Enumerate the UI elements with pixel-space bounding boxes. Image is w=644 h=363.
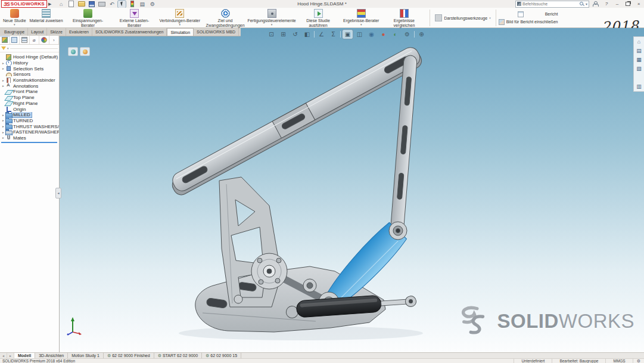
more-tabs-arrow[interactable]: ›	[49, 36, 60, 44]
ribbon-button[interactable]: Ergebnisse vergleichen ▾	[381, 8, 427, 27]
displaymanager-tab[interactable]	[39, 36, 49, 44]
expand-arrow-icon[interactable]: ▸	[1, 131, 5, 134]
command-tab[interactable]: Skizze	[47, 28, 66, 36]
model-upper-arm[interactable]	[167, 45, 424, 198]
featuremanager-tree-tab[interactable]	[0, 36, 10, 44]
custom-properties-icon[interactable]: ▥	[635, 83, 643, 90]
scroll-right-icon[interactable]: ▸	[7, 353, 14, 358]
ribbon-button[interactable]: Diese Studie ausführen ▾	[295, 8, 341, 27]
panel-collapse-arrow-icon[interactable]: ◂	[55, 188, 61, 198]
ribbon-button[interactable]: Material zuweisen ▾	[28, 8, 65, 27]
ribbon-button[interactable]: Neue Studie ▾	[1, 8, 28, 27]
expand-arrow-icon[interactable]: ▸	[1, 61, 5, 65]
expand-arrow-icon[interactable]: ▸	[1, 67, 5, 70]
print-icon[interactable]	[98, 1, 105, 8]
edit-appearance-icon[interactable]: ●	[378, 30, 388, 39]
select-icon[interactable]	[118, 1, 126, 8]
tree-item[interactable]: ▸ MILLED	[1, 112, 59, 118]
measure-icon[interactable]: ∠	[316, 30, 326, 39]
simulation-study-icon[interactable]	[68, 47, 78, 56]
document-tab[interactable]: ⚙ 62 02 9000 Finished	[104, 353, 154, 358]
design-library-icon[interactable]: ▤	[635, 47, 643, 54]
tree-item[interactable]: ▸ FASTENER/WASHER/MISC	[1, 129, 59, 135]
document-tab[interactable]: ⚙ 3D-Ansichten	[35, 353, 68, 358]
tree-item[interactable]: ▸ Selection Sets	[1, 66, 59, 72]
expand-arrow-icon[interactable]: ▸	[1, 136, 5, 139]
appearances-icon[interactable]	[635, 74, 643, 81]
expand-arrow-icon[interactable]: ▸	[1, 84, 5, 88]
ribbon-button[interactable]: Externe Lasten-Berater ▾	[111, 8, 158, 27]
view-settings-icon[interactable]: ⚙	[402, 30, 412, 39]
plot-tools-button[interactable]: Darstellungswerkzeuge ▾	[433, 13, 493, 23]
command-tab[interactable]: Simulation	[167, 28, 194, 36]
search-icon[interactable]	[579, 1, 584, 7]
tree-item[interactable]: ▸ TURNED	[1, 118, 59, 124]
expand-arrow-icon[interactable]: ▸	[1, 113, 5, 117]
close-icon[interactable]: ×	[635, 1, 642, 7]
expand-arrow-icon[interactable]: ▸	[1, 79, 5, 82]
tree-item[interactable]: ▸ Front Plane	[1, 89, 59, 95]
command-tab[interactable]: Baugruppe	[1, 28, 28, 36]
view-palette-icon[interactable]: ▧	[635, 65, 643, 72]
tree-item[interactable]: ▸ Right Plane	[1, 101, 59, 107]
tree-item[interactable]: ▸ Origin	[1, 106, 59, 112]
command-tab[interactable]: SOLIDWORKS Zusatzanwendungen	[92, 28, 167, 36]
tree-filter[interactable]: ▾	[0, 45, 59, 52]
apply-scene-icon[interactable]: ◐	[390, 30, 400, 39]
scroll-left-icon[interactable]: ◂	[0, 353, 7, 358]
tree-root-item[interactable]: ▸ Hood Hinge (Default)	[1, 54, 59, 60]
document-tab[interactable]: ⚙ START 62 02 9000	[154, 353, 202, 358]
filter-caret-icon[interactable]: ▾	[7, 46, 9, 50]
minimize-icon[interactable]: –	[614, 1, 621, 7]
zoom-to-area-icon[interactable]: ⊞	[278, 30, 288, 39]
file-properties-icon[interactable]: ▤	[138, 1, 146, 8]
ribbon-button[interactable]: Ziel und Zwangsbedingungen ▾	[202, 8, 248, 27]
hood-hinge-model[interactable]	[60, 28, 644, 352]
tree-item[interactable]: ▸ Konstruktionsbinder	[1, 77, 59, 83]
separator[interactable]	[340, 31, 341, 38]
graphics-viewport[interactable]: ⊡ ⊞ ↺ ◧ ∠ Σ ▣ ◫ ◉ ●	[60, 28, 644, 352]
command-search[interactable]: ▾	[515, 1, 589, 8]
document-tab[interactable]: ⚙ Modell	[14, 353, 35, 358]
options-icon[interactable]: ⊕	[416, 30, 427, 39]
tree-item[interactable]: ▸ THRUST WASHERS/BEARINGS	[1, 123, 59, 129]
separator[interactable]	[314, 31, 315, 38]
unit-settings-icon[interactable]: ⚙	[633, 359, 644, 363]
login-icon[interactable]	[592, 1, 599, 7]
command-tab[interactable]: Layout	[28, 28, 47, 36]
tree-item[interactable]: ▸ Annotations	[1, 83, 59, 89]
configurationmanager-tab[interactable]	[20, 36, 30, 44]
menu-expand-arrow-icon[interactable]: ▶	[48, 2, 51, 7]
tree-item[interactable]: ▸ Mates	[1, 135, 59, 141]
search-caret-icon[interactable]: ▾	[586, 2, 587, 6]
tree-item[interactable]: ▸ Sensors	[1, 72, 59, 77]
tree-item[interactable]: ▸ History	[1, 60, 59, 66]
report-button[interactable]: Bericht	[499, 11, 558, 17]
solidworks-logo[interactable]: ЗS SOLIDWORKS	[1, 0, 47, 8]
help-icon[interactable]: ?	[603, 1, 610, 7]
display-style-icon[interactable]: ◫	[354, 30, 365, 39]
expand-arrow-icon[interactable]: ▸	[1, 125, 5, 128]
expand-arrow-icon[interactable]: ▸	[1, 119, 5, 122]
document-tab[interactable]: ⚙ Motion Study 1	[68, 353, 104, 358]
dimxpertmanager-tab[interactable]: ⌀	[30, 36, 40, 44]
ribbon-button[interactable]: Fertigungssteuerelemente ▾	[248, 8, 295, 27]
home-icon[interactable]: ⌂	[57, 1, 65, 8]
home-icon[interactable]: ⌂	[635, 38, 643, 45]
mass-properties-icon[interactable]: Σ	[328, 30, 338, 39]
section-view-icon[interactable]: ◧	[302, 30, 312, 39]
tree-item[interactable]: ▸ Top Plane	[1, 95, 59, 101]
separator[interactable]	[414, 31, 415, 38]
new-document-icon[interactable]	[67, 1, 75, 8]
previous-view-icon[interactable]: ↺	[290, 30, 300, 39]
zoom-to-fit-icon[interactable]: ⊡	[266, 30, 276, 39]
undo-icon[interactable]: ↶	[108, 1, 116, 8]
command-tab[interactable]: SOLIDWORKS MBD	[194, 28, 239, 36]
restore-icon[interactable]	[624, 1, 631, 7]
document-tab[interactable]: ⚙ 62 02 9000 15	[202, 353, 241, 358]
options-icon[interactable]: ⚙	[148, 1, 156, 8]
view-orientation-icon[interactable]: ▣	[343, 30, 353, 39]
hide-show-items-icon[interactable]: ◉	[366, 30, 377, 39]
ribbon-button[interactable]: Ergebnisse-Berater ▾	[341, 8, 381, 27]
model-right-arm[interactable]	[390, 55, 417, 234]
